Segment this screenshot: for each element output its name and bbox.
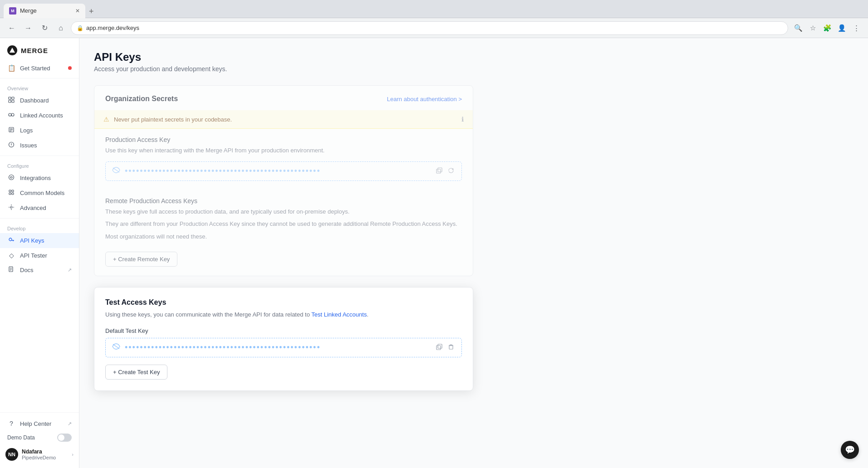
forward-button[interactable]: → [22, 22, 34, 34]
sidebar-user[interactable]: NN Ndafara PipedriveDemo › [0, 444, 79, 464]
sidebar-item-api-tester[interactable]: ◇ API Tester [0, 248, 79, 263]
tab-title: Merge [20, 7, 37, 14]
api-keys-label: API Keys [20, 237, 44, 244]
default-test-key-label: Default Test Key [105, 327, 462, 334]
tab-close-button[interactable]: ✕ [75, 8, 80, 14]
user-name: Ndafara [22, 448, 68, 455]
url-text: app.merge.dev/keys [86, 24, 139, 31]
reload-button[interactable]: ↻ [38, 22, 51, 34]
test-access-keys-card: Test Access Keys Using these keys, you c… [94, 287, 473, 391]
common-models-icon [7, 189, 15, 197]
notification-badge [68, 66, 72, 70]
profile-button[interactable]: 👤 [835, 22, 848, 34]
copy-production-key-button[interactable] [435, 166, 443, 176]
copy-test-key-button[interactable] [435, 343, 443, 352]
chat-widget[interactable]: 💬 [841, 441, 859, 459]
browser-tabs: M Merge ✕ + [4, 0, 98, 18]
app-layout: MERGE 📋 Get Started Overview Dashboard [0, 38, 868, 468]
warning-banner: ⚠ Never put plaintext secrets in your co… [94, 110, 473, 129]
create-test-key-button[interactable]: + Create Test Key [105, 365, 167, 380]
sidebar-item-integrations[interactable]: Integrations [0, 171, 79, 185]
svg-point-6 [11, 113, 14, 116]
warning-text: Never put plaintext secrets in your code… [114, 116, 232, 123]
sidebar-item-api-keys[interactable]: API Keys [0, 233, 79, 248]
svg-point-13 [11, 146, 11, 146]
logs-label: Logs [20, 127, 33, 134]
search-nav-button[interactable]: 🔍 [792, 22, 804, 34]
help-center-icon: ? [7, 420, 15, 427]
remote-desc-3: Most organizations will not need these. [105, 232, 462, 241]
org-secrets-title: Organization Secrets [105, 95, 178, 103]
issues-label: Issues [20, 142, 37, 149]
toggle-thumb [58, 434, 64, 441]
sidebar-item-docs[interactable]: Docs ↗ [0, 263, 79, 278]
svg-point-21 [9, 238, 12, 241]
auth-link[interactable]: Learn about authentication > [387, 96, 462, 102]
sidebar-section-top: 📋 Get Started [0, 61, 79, 75]
svg-rect-17 [12, 190, 14, 192]
svg-point-14 [9, 175, 14, 180]
user-org: PipedriveDemo [22, 455, 68, 460]
sidebar-item-issues[interactable]: Issues [0, 138, 79, 153]
info-icon[interactable]: ℹ [461, 116, 464, 123]
configure-label: Configure [0, 159, 79, 171]
api-keys-icon [7, 237, 15, 244]
sidebar-item-help-center[interactable]: ? Help Center ↗ [0, 416, 79, 431]
demo-data-toggle[interactable] [57, 434, 72, 442]
chat-icon: 💬 [845, 445, 855, 455]
svg-rect-19 [12, 193, 14, 195]
integrations-icon [7, 174, 15, 182]
advanced-icon [7, 204, 15, 212]
demo-data-row: Demo Data [0, 431, 79, 444]
create-test-key-label: + Create Test Key [113, 369, 160, 375]
sidebar-item-logs[interactable]: Logs [0, 123, 79, 138]
logo-icon [7, 45, 17, 55]
eye-hidden-icon[interactable] [112, 167, 120, 175]
sidebar-divider-3 [0, 218, 79, 219]
home-button[interactable]: ⌂ [54, 22, 67, 34]
logo-text: MERGE [21, 47, 48, 54]
sidebar-item-common-models[interactable]: Common Models [0, 185, 79, 200]
linked-accounts-label: Linked Accounts [20, 112, 63, 119]
sidebar-item-advanced[interactable]: Advanced [0, 200, 79, 215]
svg-rect-16 [9, 190, 11, 192]
create-remote-key-label: + Create Remote Key [113, 256, 170, 263]
extensions-button[interactable]: 🧩 [821, 22, 834, 34]
back-button[interactable]: ← [5, 22, 18, 34]
refresh-production-key-button[interactable] [447, 166, 455, 176]
test-linked-accounts-link[interactable]: Test Linked Accounts [311, 311, 367, 318]
svg-point-5 [9, 113, 11, 116]
sidebar-item-linked-accounts[interactable]: Linked Accounts [0, 108, 79, 123]
sidebar-item-label: Get Started [20, 65, 50, 72]
svg-point-15 [10, 176, 12, 178]
sidebar-item-dashboard[interactable]: Dashboard [0, 93, 79, 108]
create-remote-key-button[interactable]: + Create Remote Key [105, 252, 177, 267]
api-tester-label: API Tester [20, 252, 47, 259]
menu-button[interactable]: ⋮ [850, 22, 863, 34]
page-subtitle: Access your production and development k… [94, 65, 473, 73]
sidebar-section-overview: Overview Dashboard Linked Accounts Logs [0, 81, 79, 153]
main-content-area: API Keys Access your production and deve… [79, 38, 868, 468]
page-title: API Keys [94, 51, 473, 63]
svg-rect-30 [436, 169, 441, 173]
test-key-field: ••••••••••••••••••••••••••••••••••••••••… [105, 338, 462, 357]
bookmark-button[interactable]: ☆ [806, 22, 819, 34]
integrations-label: Integrations [20, 175, 51, 181]
new-tab-button[interactable]: + [85, 5, 98, 18]
sidebar-item-get-started[interactable]: 📋 Get Started [0, 61, 79, 75]
remote-keys-section: Remote Production Access Keys These keys… [94, 190, 473, 276]
production-key-description: Use this key when interacting with the M… [105, 146, 462, 155]
sidebar-divider-2 [0, 156, 79, 156]
svg-rect-29 [438, 168, 442, 172]
docs-icon [7, 266, 15, 274]
production-key-actions [435, 166, 455, 176]
main-content: API Keys Access your production and deve… [79, 38, 488, 414]
address-bar[interactable]: 🔒 app.merge.dev/keys [71, 21, 788, 35]
help-center-label: Help Center [20, 420, 51, 427]
sidebar-section-develop: Develop API Keys ◇ API Tester Docs ↗ [0, 221, 79, 278]
delete-test-key-button[interactable] [447, 343, 455, 352]
browser-tab[interactable]: M Merge ✕ [4, 4, 85, 18]
test-key-eye-icon[interactable] [112, 343, 120, 351]
sidebar-bottom: ? Help Center ↗ Demo Data NN Ndafara Pip… [0, 412, 79, 468]
tab-favicon: M [9, 7, 16, 15]
